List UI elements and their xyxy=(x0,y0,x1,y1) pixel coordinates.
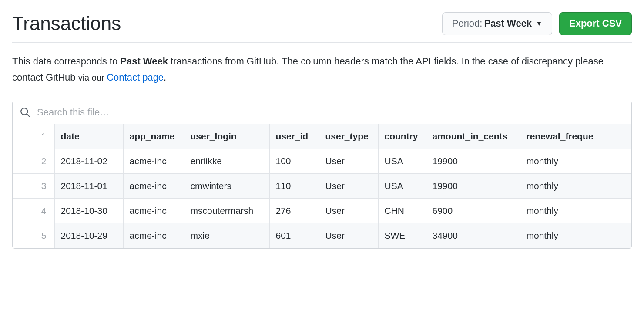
cell-user-id: 276 xyxy=(269,198,319,223)
table-row: 3 2018-11-01 acme-inc cmwinters 110 User… xyxy=(13,173,631,198)
cell-user-id: 110 xyxy=(269,173,319,198)
description-text: This data corresponds to Past Week trans… xyxy=(12,53,632,86)
cell-renewal: monthly xyxy=(520,173,631,198)
cell-user-id: 100 xyxy=(269,149,319,173)
description-bold: Past Week xyxy=(120,56,168,67)
line-number: 4 xyxy=(13,198,54,223)
period-label: Period: xyxy=(452,17,483,30)
cell-country: USA xyxy=(378,149,426,173)
search-input[interactable] xyxy=(36,106,624,118)
header-actions: Period: Past Week ▼ Export CSV xyxy=(442,12,632,35)
search-icon xyxy=(20,107,31,118)
cell-renewal: monthly xyxy=(520,223,631,248)
export-csv-button[interactable]: Export CSV xyxy=(559,12,632,35)
cell-renewal: monthly xyxy=(520,149,631,173)
period-dropdown[interactable]: Period: Past Week ▼ xyxy=(442,12,552,35)
description-part: This data corresponds to xyxy=(12,56,120,67)
line-number: 1 xyxy=(13,124,54,149)
description-trail: . xyxy=(164,72,166,83)
cell-date: 2018-11-02 xyxy=(54,149,123,173)
col-user-login: user_login xyxy=(184,124,269,149)
table-row: 4 2018-10-30 acme-inc mscoutermarsh 276 … xyxy=(13,198,631,223)
cell-user-type: User xyxy=(319,173,378,198)
cell-user-id: 601 xyxy=(269,223,319,248)
col-date: date xyxy=(54,124,123,149)
page-header: Transactions Period: Past Week ▼ Export … xyxy=(12,12,632,43)
cell-renewal: monthly xyxy=(520,198,631,223)
col-renewal-frequency: renewal_freque xyxy=(520,124,631,149)
line-number: 3 xyxy=(13,173,54,198)
contact-page-link[interactable]: Contact page xyxy=(107,72,164,83)
cell-user-login: cmwinters xyxy=(184,173,269,198)
cell-app-name: acme-inc xyxy=(123,198,184,223)
col-country: country xyxy=(378,124,426,149)
col-user-id: user_id xyxy=(269,124,319,149)
chevron-down-icon: ▼ xyxy=(536,20,542,28)
cell-date: 2018-10-30 xyxy=(54,198,123,223)
line-number: 5 xyxy=(13,223,54,248)
cell-app-name: acme-inc xyxy=(123,223,184,248)
cell-country: SWE xyxy=(378,223,426,248)
period-value: Past Week xyxy=(484,17,532,30)
cell-amount: 19900 xyxy=(426,149,520,173)
cell-user-type: User xyxy=(319,223,378,248)
col-user-type: user_type xyxy=(319,124,378,149)
cell-user-login: enriikke xyxy=(184,149,269,173)
table-header-row: 1 date app_name user_login user_id user_… xyxy=(13,124,631,149)
cell-amount: 19900 xyxy=(426,173,520,198)
cell-amount: 34900 xyxy=(426,223,520,248)
cell-user-type: User xyxy=(319,198,378,223)
cell-date: 2018-10-29 xyxy=(54,223,123,248)
cell-country: CHN xyxy=(378,198,426,223)
svg-line-1 xyxy=(27,114,30,116)
cell-country: USA xyxy=(378,173,426,198)
col-amount-in-cents: amount_in_cents xyxy=(426,124,520,149)
cell-amount: 6900 xyxy=(426,198,520,223)
cell-user-type: User xyxy=(319,149,378,173)
description-via: via our xyxy=(78,73,107,82)
line-number: 2 xyxy=(13,149,54,173)
cell-app-name: acme-inc xyxy=(123,173,184,198)
transactions-table: 1 date app_name user_login user_id user_… xyxy=(13,124,631,248)
col-app-name: app_name xyxy=(123,124,184,149)
cell-user-login: mscoutermarsh xyxy=(184,198,269,223)
search-bar xyxy=(13,101,631,124)
cell-date: 2018-11-01 xyxy=(54,173,123,198)
table-row: 2 2018-11-02 acme-inc enriikke 100 User … xyxy=(13,149,631,173)
cell-user-login: mxie xyxy=(184,223,269,248)
page-title: Transactions xyxy=(12,12,121,35)
table-row: 5 2018-10-29 acme-inc mxie 601 User SWE … xyxy=(13,223,631,248)
file-viewer: 1 date app_name user_login user_id user_… xyxy=(12,101,632,249)
cell-app-name: acme-inc xyxy=(123,149,184,173)
